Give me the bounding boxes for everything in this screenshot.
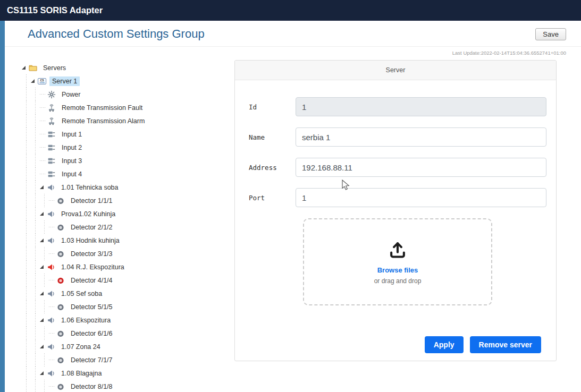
tree-item-label: Detector 3/1/3 — [68, 249, 115, 259]
tree-item-label: Detector 7/1/7 — [68, 355, 115, 365]
tree-item[interactable]: Remote Transmission Alarm — [22, 114, 234, 127]
panel-actions: Apply Remove server — [249, 336, 541, 353]
tree-item-alarm[interactable]: 1.04 R.J. Ekspozitura — [22, 260, 234, 274]
expander-icon[interactable] — [40, 181, 47, 194]
expander-icon[interactable] — [40, 287, 47, 300]
tree-item-label: 1.03 Hodnik kuhinja — [58, 236, 122, 245]
tree-item-label: 1.05 Sef soba — [58, 289, 105, 299]
input-icon — [47, 157, 56, 165]
detector-icon — [56, 329, 65, 338]
expander-icon[interactable] — [40, 234, 47, 247]
input-icon — [47, 170, 56, 178]
detector-icon — [56, 382, 65, 391]
tree-item[interactable]: Detector 7/1/7 — [22, 353, 234, 367]
browse-files-link[interactable]: Browse files — [377, 266, 418, 274]
tree-item-label: Power — [59, 90, 83, 99]
tree-item-label: Server 1 — [49, 76, 80, 86]
name-field[interactable] — [296, 127, 546, 147]
page: Advanced Custom Settings Group Save Last… — [0, 21, 581, 392]
apply-button[interactable]: Apply — [425, 336, 464, 353]
tree-item[interactable]: 1.05 Sef soba — [22, 287, 234, 300]
zone-icon — [47, 236, 56, 245]
server-panel-title: Server — [235, 61, 556, 80]
tree-item[interactable]: Input 3 — [22, 154, 234, 167]
tree-item[interactable]: Input 4 — [22, 167, 234, 181]
expander-icon[interactable] — [40, 340, 47, 353]
tree-item[interactable]: Input 2 — [22, 141, 234, 154]
form-row-port: Port — [249, 188, 546, 207]
tree-item-label: Input 1 — [59, 130, 85, 139]
cs1115-icon — [38, 77, 47, 86]
tree-item-label: Detector 5/1/5 — [68, 302, 115, 312]
folder-icon — [29, 64, 38, 72]
tree-item-servers[interactable]: Servers — [22, 61, 234, 74]
tree-item[interactable]: Power — [22, 88, 234, 101]
power-icon — [47, 90, 56, 99]
tree-item-label: Input 2 — [59, 143, 85, 152]
tree-item[interactable]: Input 1 — [22, 127, 234, 141]
tree-item-label: Detector 6/1/6 — [68, 329, 115, 338]
zone-icon — [47, 369, 56, 378]
port-field[interactable] — [296, 188, 546, 207]
last-update-text: Last Update:2022-02-14T15:04:36.6552741+… — [5, 47, 581, 56]
expander-icon[interactable] — [40, 367, 47, 380]
tree-item-label: Input 4 — [59, 169, 85, 179]
detector-alarm-icon — [56, 276, 65, 285]
expander-icon[interactable] — [22, 61, 29, 74]
tree-item-server-1[interactable]: Server 1 — [22, 74, 234, 88]
detector-icon — [56, 303, 65, 311]
name-label: Name — [249, 133, 296, 141]
save-button[interactable]: Save — [535, 28, 566, 40]
tree-item[interactable]: 1.07 Zona 24 — [22, 340, 234, 353]
zone-icon — [47, 316, 56, 325]
drag-drop-hint: or drag and drop — [374, 277, 422, 285]
tree-item[interactable]: Remote Transmission Fault — [22, 101, 234, 114]
tree-item[interactable]: 1.03 Hodnik kuhinja — [22, 234, 234, 247]
expander-icon[interactable] — [40, 207, 47, 220]
device-tree: Servers Server 1 Power Remote Transmissi… — [21, 60, 234, 392]
tree-item-label: Detector 2/1/2 — [68, 223, 115, 232]
address-label: Address — [249, 164, 296, 172]
expander-icon[interactable] — [40, 260, 47, 274]
form-row-id: Id — [249, 97, 546, 116]
remove-server-button[interactable]: Remove server — [470, 336, 541, 353]
page-title: Advanced Custom Settings Group — [28, 27, 205, 41]
tree-item[interactable]: Detector 2/1/2 — [22, 220, 234, 234]
tree-item[interactable]: Detector 1/1/1 — [22, 194, 234, 207]
detector-icon — [56, 250, 65, 258]
tree-item[interactable]: Prova1.02 Kuhinja — [22, 207, 234, 220]
zone-icon — [47, 289, 56, 298]
page-header: Advanced Custom Settings Group Save — [5, 21, 581, 47]
server-panel: Server Id Name Address Port — [234, 60, 557, 361]
zone-icon — [47, 183, 56, 192]
tree-item-label: Prova1.02 Kuhinja — [58, 209, 118, 219]
left-accent-strip — [0, 21, 5, 392]
tree-item-label: 1.06 Ekspozitura — [58, 316, 113, 325]
form-row-address: Address — [249, 158, 546, 177]
tree-item-label: 1.07 Zona 24 — [58, 342, 103, 352]
tree-item-label: Remote Transmission Fault — [59, 103, 145, 113]
form-row-name: Name — [249, 127, 546, 147]
tree-item-alarm[interactable]: Detector 4/1/4 — [22, 274, 234, 287]
tree-item[interactable]: 1.01 Tehnicka soba — [22, 181, 234, 194]
tree-item-label: Detector 1/1/1 — [68, 196, 115, 206]
address-field[interactable] — [296, 158, 546, 177]
tree-item-label: Remote Transmission Alarm — [59, 116, 147, 126]
tree-item[interactable]: Detector 3/1/3 — [22, 247, 234, 260]
tree-item[interactable]: Detector 6/1/6 — [22, 327, 234, 340]
tree-item-label: 1.04 R.J. Ekspozitura — [58, 262, 127, 272]
main-content: Servers Server 1 Power Remote Transmissi… — [5, 56, 581, 392]
zone-icon — [47, 343, 56, 351]
tree-item[interactable]: 1.06 Ekspozitura — [22, 313, 234, 327]
tree-item[interactable]: Detector 5/1/5 — [22, 300, 234, 313]
tree-item-label: Servers — [40, 63, 69, 73]
tree-item[interactable]: Detector 8/1/8 — [22, 380, 234, 392]
input-icon — [47, 143, 56, 152]
detector-icon — [56, 197, 65, 205]
file-dropzone[interactable]: Browse files or drag and drop — [303, 218, 492, 305]
expander-icon[interactable] — [40, 313, 47, 327]
expander-icon[interactable] — [31, 74, 38, 88]
id-field — [296, 97, 546, 116]
upload-icon — [388, 240, 408, 262]
tree-item[interactable]: 1.08 Blagajna — [22, 367, 234, 380]
